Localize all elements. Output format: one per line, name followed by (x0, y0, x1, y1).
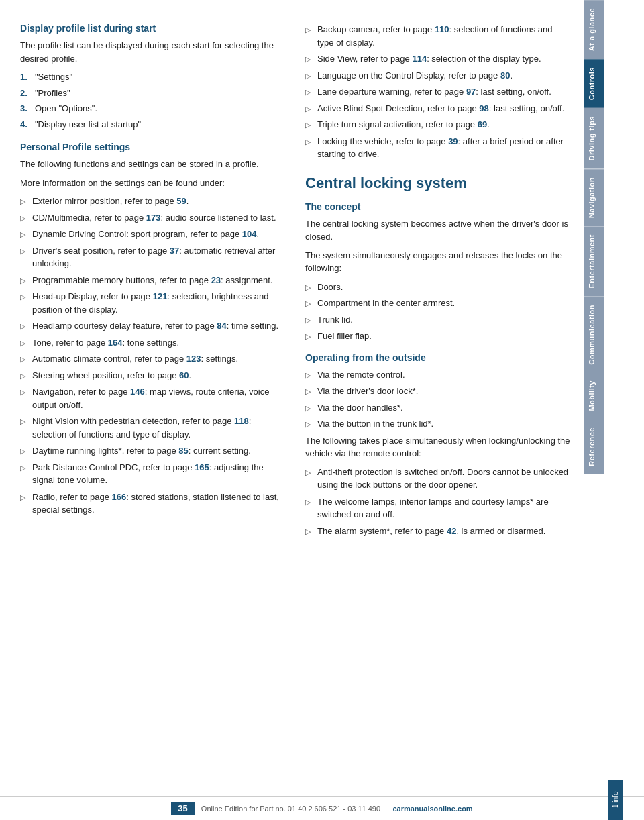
list-item: ▷Navigation, refer to page 146: map view… (20, 385, 285, 411)
list-item: ▷Backup camera, refer to page 110: selec… (305, 23, 570, 49)
list-item: ▷Compartment in the center armrest. (305, 297, 570, 310)
footer-text: Online Edition for Part no. 01 40 2 606 … (201, 805, 473, 813)
two-col-layout: Display profile list during start The pr… (20, 20, 570, 541)
sidebar-tab-controls[interactable]: Controls (584, 59, 604, 108)
list-item: ▷Trunk lid. (305, 313, 570, 327)
list-item: ▷Park Distance Control PDC, refer to pag… (20, 461, 285, 487)
website-link[interactable]: carmanualsonline.com (392, 805, 472, 813)
step-4: 4."Display user list at startup" (20, 118, 285, 132)
sidebar-tab-at-a-glance[interactable]: At a glance (584, 0, 604, 59)
right-column: ▷Backup camera, refer to page 110: selec… (305, 20, 570, 541)
list-item: ▷Night Vision with pedestrian detection,… (20, 415, 285, 441)
list-item: ▷Locking the vehicle, refer to page 39: … (305, 135, 570, 161)
sidebar-tab-communication[interactable]: Communication (584, 297, 604, 373)
list-item: ▷Head-up Display, refer to page 121: sel… (20, 290, 285, 316)
left-column: Display profile list during start The pr… (20, 20, 285, 541)
list-item: ▷Lane departure warning, refer to page 9… (305, 85, 570, 99)
main-content: Display profile list during start The pr… (0, 0, 584, 820)
info-badge: 1 info (608, 780, 623, 820)
sidebar-tab-mobility[interactable]: Mobility (584, 372, 604, 419)
left-bullet-list: ▷Exterior mirror position, refer to page… (20, 195, 285, 517)
step-1: 1."Settings" (20, 70, 285, 84)
operating-bullets: ▷Via the remote control.▷Via the driver'… (305, 368, 570, 431)
list-item: ▷CD/Multimedia, refer to page 173: audio… (20, 211, 285, 225)
list-item: ▷Via the remote control. (305, 368, 570, 382)
step-3: 3.Open "Options". (20, 102, 285, 115)
list-item: ▷Triple turn signal activation, refer to… (305, 118, 570, 132)
list-item: ▷Headlamp courtesy delay feature, refer … (20, 319, 285, 333)
personal-profile-title: Personal Profile settings (20, 142, 285, 152)
list-item: ▷Daytime running lights*, refer to page … (20, 444, 285, 458)
right-bullet-list-top: ▷Backup camera, refer to page 110: selec… (305, 23, 570, 161)
display-profile-title: Display profile list during start (20, 23, 285, 34)
concept-heading: The concept (305, 201, 570, 212)
list-item: ▷Exterior mirror position, refer to page… (20, 195, 285, 208)
list-item: ▷Via the door handles*. (305, 401, 570, 415)
list-item: ▷Tone, refer to page 164: tone settings. (20, 336, 285, 350)
page-number: 35 (171, 802, 194, 815)
list-item: ▷Via the driver's door lock*. (305, 385, 570, 398)
list-item: ▷Driver's seat position, refer to page 3… (20, 244, 285, 270)
list-item: ▷Side View, refer to page 114: selection… (305, 52, 570, 66)
personal-profile-intro1: The following functions and settings can… (20, 158, 285, 171)
list-item: ▷Active Blind Spot Detection, refer to p… (305, 102, 570, 115)
list-item: ▷Programmable memory buttons, refer to p… (20, 274, 285, 287)
list-item: ▷Doors. (305, 280, 570, 294)
list-item: ▷Radio, refer to page 166: stored statio… (20, 491, 285, 517)
list-item: ▷Anti-theft protection is switched on/of… (305, 466, 570, 492)
sidebar-tab-navigation[interactable]: Navigation (584, 169, 604, 226)
concept-p2: The system simultaneously engages and re… (305, 249, 570, 275)
list-item: ▷Language on the Control Display, refer … (305, 69, 570, 83)
page-footer: 35 Online Edition for Part no. 01 40 2 6… (0, 796, 644, 820)
sidebar-tab-entertainment[interactable]: Entertainment (584, 226, 604, 296)
display-profile-intro: The profile list can be displayed during… (20, 39, 285, 65)
concept-p1: The central locking system becomes activ… (305, 217, 570, 244)
list-item: ▷Via the button in the trunk lid*. (305, 417, 570, 431)
operating-p1: The following takes place simultaneously… (305, 434, 570, 460)
list-item: ▷Automatic climate control, refer to pag… (20, 352, 285, 366)
list-item: ▷The welcome lamps, interior lamps and c… (305, 495, 570, 521)
sidebar-tab-driving-tips[interactable]: Driving tips (584, 108, 604, 169)
sidebar-tab-reference[interactable]: Reference (584, 419, 604, 474)
list-item: ▷The alarm system*, refer to page 42, is… (305, 525, 570, 538)
list-item: ▷Steering wheel position, refer to page … (20, 369, 285, 382)
list-item: ▷Fuel filler flap. (305, 329, 570, 343)
sidebar: At a glance Controls Driving tips Naviga… (584, 0, 604, 820)
page-container: Display profile list during start The pr… (0, 0, 644, 820)
list-item: ▷Dynamic Driving Control: sport program,… (20, 227, 285, 241)
central-locking-title: Central locking system (305, 174, 570, 192)
personal-profile-intro2: More information on the settings can be … (20, 176, 285, 190)
operating-bullets2: ▷Anti-theft protection is switched on/of… (305, 466, 570, 538)
step-2: 2."Profiles" (20, 87, 285, 100)
steps-list: 1."Settings" 2."Profiles" 3.Open "Option… (20, 70, 285, 131)
concept-bullets: ▷Doors.▷Compartment in the center armres… (305, 280, 570, 343)
operating-heading: Operating from the outside (305, 352, 570, 363)
